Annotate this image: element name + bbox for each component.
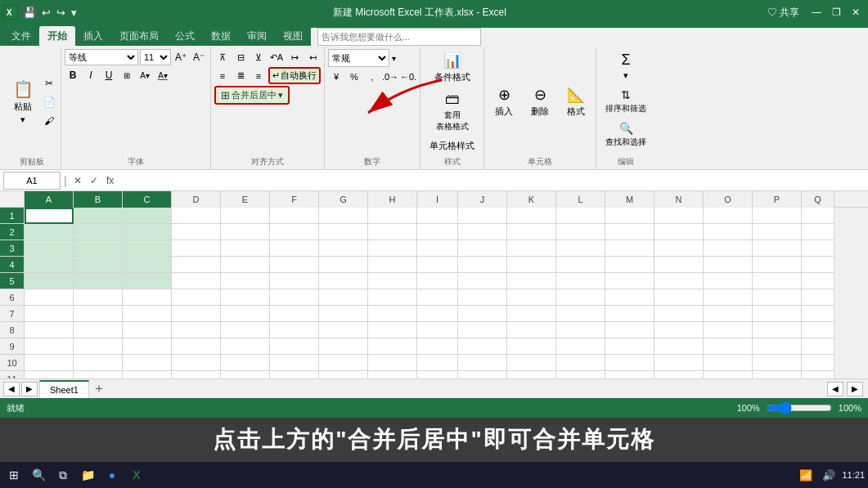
cell-K8[interactable] xyxy=(507,322,556,338)
cell-B3[interactable] xyxy=(74,240,123,257)
cell-L1[interactable] xyxy=(556,208,605,224)
align-bottom-button[interactable]: ⊻ xyxy=(250,49,267,65)
cell-G1[interactable] xyxy=(319,208,368,224)
col-header-q[interactable]: Q xyxy=(802,191,834,208)
cell-J8[interactable] xyxy=(458,322,507,338)
cell-L8[interactable] xyxy=(556,322,605,338)
cell-G8[interactable] xyxy=(319,322,368,338)
cell-G5[interactable] xyxy=(319,273,368,289)
cell-H6[interactable] xyxy=(368,289,417,306)
cell-style-button[interactable]: 单元格样式 xyxy=(424,137,480,154)
decrease-decimal-button[interactable]: ←0. xyxy=(400,69,416,85)
network-icon[interactable]: 📶 xyxy=(796,465,816,485)
cell-D7[interactable] xyxy=(172,306,221,322)
font-name-select[interactable]: 等线 xyxy=(65,49,138,65)
font-color-button[interactable]: A▾ xyxy=(155,67,171,83)
cell-O7[interactable] xyxy=(704,306,753,322)
cell-H8[interactable] xyxy=(368,322,417,338)
cell-I11[interactable] xyxy=(417,371,458,378)
col-header-m[interactable]: M xyxy=(605,191,654,208)
text-direction-button[interactable]: ↶A xyxy=(268,49,285,65)
cell-D5[interactable] xyxy=(172,273,221,289)
cell-E11[interactable] xyxy=(221,371,270,378)
col-header-k[interactable]: K xyxy=(507,191,556,208)
cell-P4[interactable] xyxy=(753,257,802,273)
cell-A4[interactable] xyxy=(25,257,74,273)
cell-P8[interactable] xyxy=(753,322,802,338)
cell-Q4[interactable] xyxy=(802,257,834,273)
more-qa-btn[interactable]: ▾ xyxy=(70,6,79,20)
cell-F8[interactable] xyxy=(270,322,319,338)
col-header-f[interactable]: F xyxy=(270,191,319,208)
cell-B1[interactable] xyxy=(74,208,123,224)
undo-qa-btn[interactable]: ↩ xyxy=(40,6,52,20)
cell-N5[interactable] xyxy=(654,273,704,289)
table-format-button[interactable]: 🗃 套用表格格式 xyxy=(430,88,474,135)
cell-B9[interactable] xyxy=(74,338,123,355)
sheet-tab-sheet1[interactable]: Sheet1 xyxy=(39,380,89,398)
cell-I10[interactable] xyxy=(417,355,458,371)
cell-D1[interactable] xyxy=(172,208,221,224)
cell-H4[interactable] xyxy=(368,257,417,273)
cell-A5[interactable] xyxy=(25,273,74,289)
cell-O1[interactable] xyxy=(704,208,753,224)
cell-H7[interactable] xyxy=(368,306,417,322)
cell-M6[interactable] xyxy=(605,289,654,306)
row-header-2[interactable]: 2 xyxy=(0,224,25,240)
file-explorer-button[interactable]: 📁 xyxy=(77,464,98,486)
cell-reference-input[interactable] xyxy=(3,172,61,190)
cell-N6[interactable] xyxy=(654,289,704,306)
cell-N3[interactable] xyxy=(654,240,704,257)
cell-P9[interactable] xyxy=(753,338,802,355)
cell-G10[interactable] xyxy=(319,355,368,371)
paste-button[interactable]: 📋 粘贴 ▾ xyxy=(7,77,39,128)
cell-A7[interactable] xyxy=(25,306,74,322)
cell-H9[interactable] xyxy=(368,338,417,355)
cell-F3[interactable] xyxy=(270,240,319,257)
task-view-button[interactable]: ⧉ xyxy=(52,464,74,486)
cell-C7[interactable] xyxy=(123,306,172,322)
cell-N8[interactable] xyxy=(654,322,704,338)
cell-M3[interactable] xyxy=(605,240,654,257)
cell-G2[interactable] xyxy=(319,224,368,240)
cell-L7[interactable] xyxy=(556,306,605,322)
cell-F6[interactable] xyxy=(270,289,319,306)
cell-Q6[interactable] xyxy=(802,289,834,306)
col-header-l[interactable]: L xyxy=(556,191,605,208)
cell-A1[interactable] xyxy=(25,208,74,224)
close-button[interactable]: ✕ xyxy=(847,3,865,21)
cell-G9[interactable] xyxy=(319,338,368,355)
cell-L6[interactable] xyxy=(556,289,605,306)
row-header-7[interactable]: 7 xyxy=(0,306,25,322)
cell-D4[interactable] xyxy=(172,257,221,273)
cell-I1[interactable] xyxy=(417,208,458,224)
cell-D9[interactable] xyxy=(172,338,221,355)
indent-decrease-button[interactable]: ↤ xyxy=(304,49,321,65)
cell-I8[interactable] xyxy=(417,322,458,338)
cell-E7[interactable] xyxy=(221,306,270,322)
cell-P3[interactable] xyxy=(753,240,802,257)
cell-Q10[interactable] xyxy=(802,355,834,371)
cell-F5[interactable] xyxy=(270,273,319,289)
font-size-select[interactable]: 11 xyxy=(140,49,171,65)
cell-K11[interactable] xyxy=(507,371,556,378)
cell-P6[interactable] xyxy=(753,289,802,306)
cell-K1[interactable] xyxy=(507,208,556,224)
cell-B5[interactable] xyxy=(74,273,123,289)
cell-J11[interactable] xyxy=(458,371,507,378)
cell-Q11[interactable] xyxy=(802,371,834,378)
cell-L3[interactable] xyxy=(556,240,605,257)
cell-L10[interactable] xyxy=(556,355,605,371)
cell-I2[interactable] xyxy=(417,224,458,240)
cell-A9[interactable] xyxy=(25,338,74,355)
cell-Q8[interactable] xyxy=(802,322,834,338)
cell-H11[interactable] xyxy=(368,371,417,378)
cell-O9[interactable] xyxy=(704,338,753,355)
cell-K7[interactable] xyxy=(507,306,556,322)
cell-D3[interactable] xyxy=(172,240,221,257)
tab-file[interactable]: 文件 xyxy=(3,26,39,46)
volume-icon[interactable]: 🔊 xyxy=(819,465,839,485)
cell-K2[interactable] xyxy=(507,224,556,240)
cell-H10[interactable] xyxy=(368,355,417,371)
formula-input[interactable] xyxy=(121,172,865,190)
